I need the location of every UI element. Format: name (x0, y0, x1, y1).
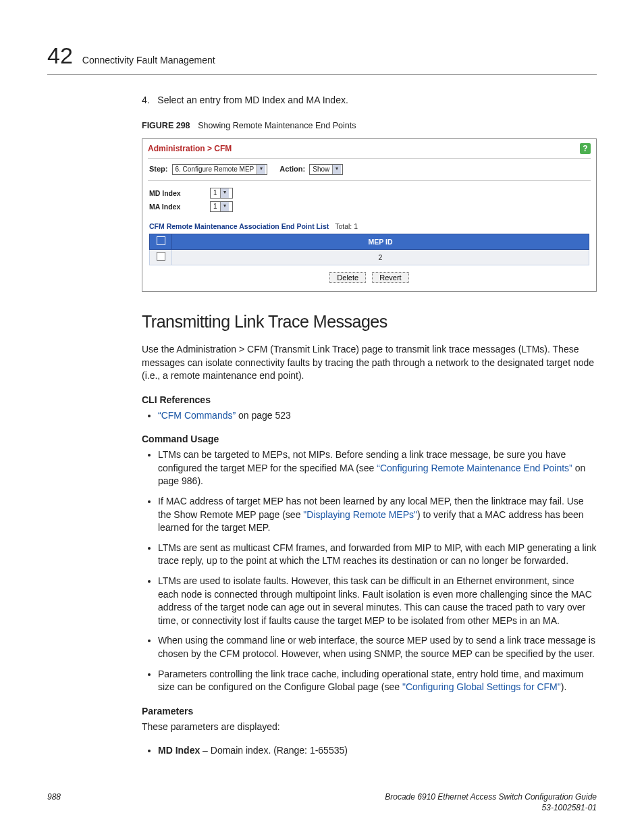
select-all-header[interactable] (150, 234, 172, 250)
cfm-commands-link[interactable]: “CFM Commands” (158, 410, 236, 421)
param-name: MD Index (158, 745, 200, 756)
help-icon[interactable]: ? (580, 143, 591, 154)
step-label: Step: (149, 164, 168, 174)
breadcrumb: Administration > CFM (148, 143, 580, 154)
list-title: CFM Remote Maintenance Association End P… (142, 215, 596, 234)
step-select-value: 6. Configure Remote MEP (176, 165, 254, 174)
parameters-heading: Parameters (142, 705, 597, 718)
chapter-number: 42 (47, 41, 73, 72)
list-item: Parameters controlling the link trace ca… (158, 668, 597, 694)
page-header: 42 Connectivity Fault Management (47, 41, 597, 75)
mep-id-cell: 2 (172, 250, 589, 265)
page-footer: 988 Brocade 6910 Ethernet Access Switch … (47, 791, 597, 813)
config-global-cfm-link[interactable]: "Configuring Global Settings for CFM" (402, 681, 561, 692)
step-number: 4. (142, 95, 150, 105)
chapter-title: Connectivity Fault Management (82, 54, 215, 67)
page-number: 988 (47, 791, 61, 813)
ma-index-value: 1 (213, 202, 217, 211)
figure-caption: FIGURE 298 Showing Remote Maintenance En… (142, 119, 597, 132)
list-item: If MAC address of target MEP has not bee… (158, 495, 597, 535)
cfm-screenshot-panel: Administration > CFM ? Step: 6. Configur… (142, 138, 597, 292)
config-remote-mep-link[interactable]: “Configuring Remote Maintenance End Poin… (377, 463, 572, 473)
chevron-down-icon: ▾ (257, 165, 265, 174)
figure-label: FIGURE 298 (142, 121, 190, 130)
list-item: MD Index – Domain index. (Range: 1-65535… (158, 744, 597, 758)
chevron-down-icon: ▾ (220, 188, 229, 198)
row-checkbox-cell[interactable] (150, 250, 172, 265)
chevron-down-icon: ▾ (220, 202, 229, 211)
action-select-value: Show (313, 165, 329, 174)
delete-button[interactable]: Delete (329, 272, 366, 283)
list-item: “CFM Commands” on page 523 (158, 409, 597, 423)
command-usage-heading: Command Usage (142, 433, 597, 446)
numbered-step: 4. Select an entry from MD Index and MA … (142, 94, 597, 107)
figure-title: Showing Remote Maintenance End Points (198, 121, 356, 130)
mep-id-header: MEP ID (172, 234, 589, 250)
list-item: LTMs can be targeted to MEPs, not MIPs. … (158, 448, 597, 488)
ma-index-label: MA Index (149, 202, 210, 211)
ma-index-select[interactable]: 1 ▾ (210, 201, 233, 212)
step-text: Select an entry from MD Index and MA Ind… (157, 95, 348, 105)
publication-info: Brocade 6910 Ethernet Access Switch Conf… (61, 791, 597, 813)
md-index-value: 1 (213, 188, 217, 198)
action-select[interactable]: Show ▾ (309, 164, 343, 175)
revert-button[interactable]: Revert (372, 272, 408, 283)
chevron-down-icon: ▾ (332, 165, 341, 174)
section-title: Transmitting Link Trace Messages (142, 311, 597, 334)
md-index-select[interactable]: 1 ▾ (210, 188, 233, 199)
section-intro: Use the Administration > CFM (Transmit L… (142, 343, 597, 383)
list-item: When using the command line or web inter… (158, 634, 597, 660)
displaying-remote-meps-link[interactable]: "Displaying Remote MEPs" (303, 509, 417, 520)
cli-references-heading: CLI References (142, 394, 597, 407)
mep-table: MEP ID 2 (149, 234, 589, 265)
list-item: LTMs are sent as multicast CFM frames, a… (158, 542, 597, 568)
list-item: LTMs are used to isolate faults. However… (158, 575, 597, 627)
md-index-label: MD Index (149, 188, 210, 198)
action-label: Action: (279, 164, 305, 174)
parameters-intro: These parameters are displayed: (142, 721, 597, 734)
step-select[interactable]: 6. Configure Remote MEP ▾ (172, 164, 268, 175)
table-row: 2 (150, 250, 589, 265)
